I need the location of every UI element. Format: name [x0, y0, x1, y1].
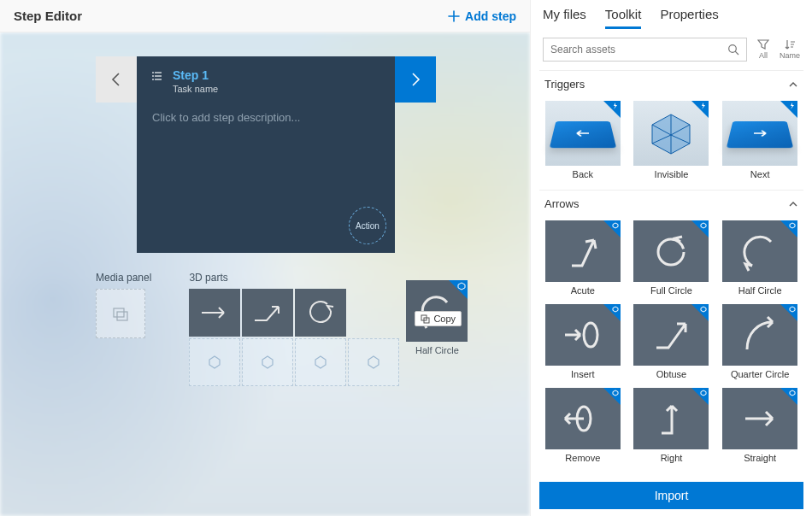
part-slot-empty[interactable] [295, 338, 346, 386]
asset-label: Right [661, 453, 683, 463]
asset-label: Remove [565, 453, 600, 463]
panels-row: Media panel 3D parts [96, 272, 468, 386]
next-step-button[interactable] [395, 56, 436, 103]
arrow-left-icon [108, 71, 125, 88]
asset-label: Quarter Circle [731, 369, 789, 379]
asset-label: Acute [571, 285, 595, 296]
svg-point-0 [152, 72, 154, 73]
asset-trigger-invisible[interactable]: Invisible [632, 101, 712, 179]
copy-icon [421, 314, 430, 324]
asset-scroll: Triggers Back Invisible [531, 70, 812, 477]
tabs: My files Toolkit Properties [531, 0, 812, 29]
copy-tooltip: Copy [415, 311, 462, 326]
asset-label: Half Circle [738, 285, 782, 296]
section-arrows[interactable]: Arrows [539, 190, 803, 217]
triggers-grid: Back Invisible Next [539, 97, 803, 190]
asset-arrow-quarter-circle[interactable]: Quarter Circle [720, 304, 800, 379]
asset-arrow-full-circle[interactable]: Full Circle [632, 220, 712, 296]
filter-button[interactable]: All [757, 39, 769, 60]
import-button[interactable]: Import [539, 482, 803, 509]
step-editor-header: Step Editor Add step [0, 0, 530, 32]
media-slot[interactable] [96, 289, 145, 338]
search-input[interactable] [550, 44, 727, 56]
svg-point-2 [152, 79, 154, 80]
action-label: Action [356, 221, 380, 231]
asset-label: Obtuse [656, 369, 686, 379]
part-slot-arrow-obtuse[interactable] [242, 289, 293, 337]
media-panel: Media panel [96, 272, 151, 338]
svg-point-8 [658, 239, 684, 265]
asset-trigger-next[interactable]: Next [720, 101, 800, 179]
filter-label: All [759, 51, 768, 60]
chevron-up-icon [788, 79, 798, 90]
plus-icon [448, 10, 460, 22]
sort-icon [784, 39, 796, 50]
add-step-label: Add step [465, 9, 516, 23]
chevron-up-icon [788, 199, 798, 209]
task-name: Task name [173, 84, 218, 94]
parts-panel: 3D parts [189, 272, 468, 386]
search-icon [727, 44, 739, 56]
editor-canvas: Step 1 Task name Click to add step descr… [0, 32, 530, 516]
svg-point-9 [584, 323, 597, 347]
section-label: Arrows [544, 197, 579, 210]
section-triggers[interactable]: Triggers [539, 70, 803, 97]
svg-point-1 [152, 75, 154, 77]
arrow-right-icon [407, 71, 424, 88]
media-icon [112, 305, 129, 322]
section-label: Triggers [544, 78, 585, 91]
search-box[interactable] [543, 38, 747, 62]
step-card-row: Step 1 Task name Click to add step descr… [96, 56, 436, 253]
step-card-header: Step 1 Task name [152, 68, 380, 94]
asset-arrow-remove[interactable]: Remove [543, 388, 623, 463]
prev-step-button[interactable] [96, 56, 137, 103]
asset-arrow-right[interactable]: Right [632, 388, 712, 463]
search-row: All Name [531, 29, 812, 70]
part-slot-empty[interactable] [242, 338, 293, 386]
asset-arrow-acute[interactable]: Acute [543, 220, 623, 296]
asset-arrow-insert[interactable]: Insert [543, 304, 623, 379]
part-slot-empty[interactable] [348, 338, 399, 386]
asset-label: Straight [744, 453, 776, 463]
copy-label: Copy [433, 314, 456, 324]
tab-properties[interactable]: Properties [660, 7, 718, 29]
asset-arrow-straight[interactable]: Straight [720, 388, 800, 463]
dragged-asset[interactable]: Copy Half Circle [406, 280, 468, 355]
asset-trigger-back[interactable]: Back [543, 101, 623, 179]
asset-label: Invisible [655, 169, 689, 179]
part-slot-arrow-full-circle[interactable] [295, 289, 346, 337]
action-chip[interactable]: Action [349, 207, 386, 244]
add-step-button[interactable]: Add step [448, 9, 516, 23]
asset-label: Next [750, 169, 770, 179]
media-panel-label: Media panel [96, 272, 151, 284]
step-card[interactable]: Step 1 Task name Click to add step descr… [137, 56, 395, 253]
sort-button[interactable]: Name [780, 39, 800, 60]
svg-rect-4 [117, 312, 127, 320]
sort-label: Name [780, 51, 800, 60]
step-editor-pane: Step Editor Add step Step [0, 0, 530, 516]
arrows-grid: Acute Full Circle Half Circle [539, 217, 803, 473]
asset-label: Insert [571, 369, 595, 379]
step-description-input[interactable]: Click to add step description... [152, 111, 380, 124]
part-slot-empty[interactable] [189, 338, 240, 386]
part-slot-arrow-straight[interactable] [189, 289, 240, 337]
svg-rect-3 [114, 308, 124, 317]
tab-toolkit[interactable]: Toolkit [605, 7, 642, 29]
dragged-asset-label: Half Circle [406, 345, 468, 355]
svg-point-7 [729, 45, 737, 53]
asset-label: Full Circle [650, 285, 692, 296]
list-icon [152, 70, 164, 82]
asset-label: Back [573, 169, 593, 179]
asset-arrow-obtuse[interactable]: Obtuse [632, 304, 712, 379]
tab-my-files[interactable]: My files [543, 7, 586, 29]
filter-icon [757, 39, 769, 50]
cube-badge-icon [449, 280, 468, 299]
step-editor-title: Step Editor [14, 9, 82, 23]
step-title: Step 1 [173, 68, 218, 82]
toolkit-pane: My files Toolkit Properties All Name Tri… [530, 0, 812, 516]
asset-arrow-half-circle[interactable]: Half Circle [720, 220, 800, 296]
parts-grid [189, 289, 399, 386]
